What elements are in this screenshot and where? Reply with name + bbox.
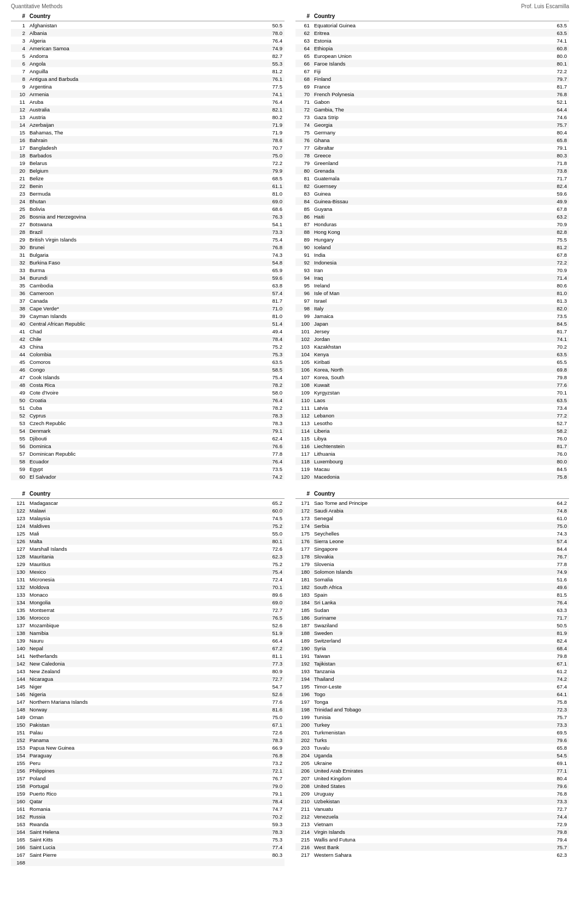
row-score: 78.6 <box>263 136 285 144</box>
row-country: Bangladesh <box>27 144 263 151</box>
row-num: 72 <box>295 105 312 113</box>
row-score: 76.8 <box>547 90 569 98</box>
row-country: Slovakia <box>312 552 547 560</box>
page-header: Quantitative Methods Prof. Luis Escamill… <box>0 0 580 11</box>
row-score: 49.6 <box>547 583 569 591</box>
row-num: 179 <box>295 560 312 568</box>
col-score-header <box>263 11 285 21</box>
table-row: 92Indonesia72.2 <box>295 258 569 266</box>
row-country: Somalia <box>312 575 547 583</box>
row-num: 79 <box>295 159 312 167</box>
row-country: Mongolia <box>27 598 263 606</box>
row-country: Saint Helena <box>27 828 263 835</box>
row-num: 5 <box>11 52 27 60</box>
row-num: 68 <box>295 75 312 83</box>
row-score: 76.0 <box>547 434 569 442</box>
row-score: 75.7 <box>547 843 569 851</box>
row-score: 77.4 <box>263 843 285 851</box>
row-num: 67 <box>295 67 312 75</box>
row-score: 55.3 <box>263 60 285 67</box>
row-num: 57 <box>11 450 27 457</box>
row-num: 25 <box>11 205 27 213</box>
row-num: 153 <box>11 744 27 751</box>
row-num: 62 <box>295 29 312 37</box>
row-score: 62.4 <box>263 434 285 442</box>
table-row: 155Peru73.2 <box>11 759 285 767</box>
table-row: 156Philippines72.1 <box>11 767 285 774</box>
row-num: 177 <box>295 545 312 552</box>
row-country: Anguilla <box>27 67 263 75</box>
row-country: Burkina Faso <box>27 258 263 266</box>
table-row: 6Angola55.3 <box>11 60 285 67</box>
row-score: 51.4 <box>263 320 285 327</box>
row-score: 75.8 <box>547 698 569 705</box>
row-score: 65.8 <box>547 744 569 751</box>
table-row: 191Taiwan79.8 <box>295 652 569 660</box>
table-row: 122Malawi60.0 <box>11 507 285 514</box>
row-score: 81.0 <box>263 312 285 320</box>
row-country: Nepal <box>27 644 263 652</box>
row-score: 81.7 <box>263 297 285 304</box>
row-country: Liberia <box>312 427 547 434</box>
row-country: Guyana <box>312 205 547 213</box>
table-row: 212Venezuela74.4 <box>295 813 569 820</box>
row-country: China <box>27 343 263 350</box>
row-score: 74.6 <box>547 113 569 121</box>
table-row: 83Guinea59.6 <box>295 190 569 197</box>
row-num: 59 <box>11 465 27 473</box>
table-row: 61Equatorial Guinea63.5 <box>295 21 569 30</box>
row-country: Suriname <box>312 614 547 621</box>
row-score: 61.1 <box>263 182 285 190</box>
row-score: 63.5 <box>547 29 569 37</box>
row-country: Madagascar <box>27 499 263 507</box>
row-num: 174 <box>295 522 312 529</box>
row-country: Chad <box>27 327 263 335</box>
row-country: Vietnam <box>312 820 547 828</box>
row-score: 52.6 <box>263 621 285 629</box>
row-country: Jersey <box>312 327 547 335</box>
row-country: Egypt <box>27 465 263 473</box>
row-num: 131 <box>11 575 27 583</box>
row-score: 69.0 <box>263 598 285 606</box>
row-num: 156 <box>11 767 27 774</box>
row-num: 159 <box>11 790 27 797</box>
row-num: 118 <box>295 457 312 465</box>
row-num: 132 <box>11 583 27 591</box>
row-country: Togo <box>312 690 547 698</box>
row-score: 70.1 <box>547 389 569 396</box>
table-row: 193Tanzania61.2 <box>295 667 569 675</box>
row-num: 89 <box>295 236 312 243</box>
row-num: 55 <box>11 434 27 442</box>
row-country: Honduras <box>312 220 547 228</box>
row-country: New Zealand <box>27 667 263 675</box>
row-score: 51.6 <box>547 575 569 583</box>
table-row: 45Comoros63.5 <box>11 358 285 366</box>
row-num: 7 <box>11 67 27 75</box>
row-num: 75 <box>295 128 312 136</box>
table-row: 121Madagascar65.2 <box>11 499 285 507</box>
row-country: Saint Pierre <box>27 851 263 858</box>
row-country: Malta <box>27 537 263 545</box>
row-num: 199 <box>295 713 312 721</box>
row-score: 82.8 <box>547 228 569 236</box>
row-score: 76.4 <box>547 598 569 606</box>
table-row: 160Qatar78.4 <box>11 797 285 805</box>
row-country: Ghana <box>312 136 547 144</box>
table-row: 30Brunei76.8 <box>11 243 285 251</box>
row-num: 27 <box>11 220 27 228</box>
row-country: Kenya <box>312 350 547 358</box>
table-row: 203Tuvalu65.8 <box>295 744 569 751</box>
table-row: 53Czech Republic78.3 <box>11 419 285 427</box>
row-score: 78.3 <box>263 419 285 427</box>
row-country: Sierra Leone <box>312 537 547 545</box>
table-row: 190Syria68.4 <box>295 644 569 652</box>
table-row: 36Cameroon57.4 <box>11 289 285 297</box>
row-country: Mauritania <box>27 552 263 560</box>
row-num: 164 <box>11 828 27 835</box>
row-score: 57.4 <box>263 289 285 297</box>
table-header-row-2: # Country <box>11 489 285 499</box>
row-country: Laos <box>312 396 547 404</box>
row-score: 79.6 <box>547 782 569 790</box>
table-row: 71Gabon52.1 <box>295 98 569 105</box>
row-score: 73.3 <box>547 797 569 805</box>
